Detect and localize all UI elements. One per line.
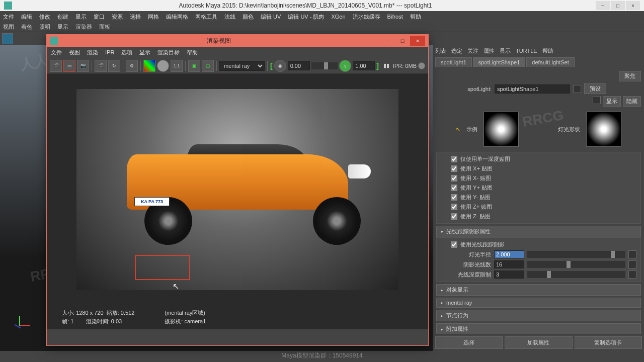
render-titlebar[interactable]: 渲染视图 − □ × [47,35,428,47]
section-node-behavior[interactable]: 节点行为 [436,310,641,321]
attr-menu-focus[interactable]: 关注 [467,47,478,55]
render-snapshot-icon[interactable]: 📷 [77,60,89,72]
render-refresh-icon[interactable]: ↻ [108,60,120,72]
tab-defaultlightset[interactable]: defaultLightSet [526,57,574,67]
panel-shading[interactable]: 着色 [21,23,32,31]
render-alpha-icon[interactable] [157,60,169,72]
render-region-icon[interactable]: ▭ [63,60,75,72]
panel-renderer[interactable]: 渲染器 [75,23,92,31]
menu-edituv2[interactable]: 编辑 UV - 肌肉 [288,13,324,21]
check-use-raytrace[interactable] [451,241,457,248]
check-zminus[interactable] [451,213,457,220]
render-menu-view[interactable]: 视图 [69,49,80,56]
menu-meshtools[interactable]: 网格工具 [195,13,217,21]
menu-help[interactable]: 帮助 [410,13,421,21]
ray-depth-map-icon[interactable] [628,270,636,279]
pause-icon[interactable]: ▮▮ [383,62,389,69]
check-yminus[interactable] [451,194,457,201]
copy-tab-button[interactable]: 复制选项卡 [575,336,642,349]
ray-depth-field[interactable] [494,270,524,279]
menu-select[interactable]: 选择 [130,13,141,21]
example-preview[interactable] [484,112,519,147]
render-menu-options[interactable]: 选项 [121,49,132,56]
menu-edituv[interactable]: 编辑 UV [261,13,281,21]
menu-color[interactable]: 颜色 [243,13,254,21]
render-ratio-icon[interactable]: 1:1 [171,60,183,72]
attr-menu-turtle[interactable]: TURTLE [516,48,537,54]
nav-fwd-icon[interactable] [593,96,601,104]
render-minimize-button[interactable]: − [380,36,395,46]
check-yplus[interactable] [451,185,457,191]
exposure-field[interactable] [288,61,310,70]
ray-depth-slider[interactable] [527,271,625,278]
close-button[interactable]: × [626,1,640,10]
section-object-display[interactable]: 对象显示 [436,284,641,296]
minimize-button[interactable]: − [596,1,610,10]
attr-menu-list[interactable]: 列表 [435,47,446,55]
attr-menu-selected[interactable]: 选定 [451,47,462,55]
shelf-icon[interactable] [2,33,13,44]
menu-normals[interactable]: 法线 [224,13,235,21]
render-image-area[interactable]: KA PA 773 ↖ [47,74,428,305]
node-name-field[interactable] [495,84,570,94]
focus-button[interactable]: 聚焦 [619,71,641,81]
light-radius-slider[interactable] [527,251,625,258]
shadow-rays-slider[interactable] [527,261,625,268]
menu-modify[interactable]: 修改 [39,13,50,21]
render-menu-help[interactable]: 帮助 [187,49,198,56]
render-ipr-icon[interactable]: 🎬 [95,60,107,72]
section-mental-ray[interactable]: mental ray [436,298,641,308]
exposure-slider[interactable] [311,62,338,69]
panel-show[interactable]: 显示 [57,23,68,31]
exposure-icon[interactable]: ◉ [274,60,286,72]
light-radius-map-icon[interactable] [628,250,636,258]
section-extra-attrs[interactable]: 附加属性 [436,323,641,334]
render-settings-icon[interactable]: ⚙ [126,60,138,72]
render-clapboard-icon[interactable]: 🎬 [50,60,62,72]
render-keep-icon[interactable]: ▣ [188,60,200,72]
render-menu-ipr[interactable]: IPR [105,49,114,55]
light-radius-field[interactable] [494,250,524,258]
render-close-button[interactable]: × [410,36,425,46]
check-xminus[interactable] [451,175,457,182]
tab-spotlightshape1[interactable]: spotLightShape1 [473,57,526,67]
menu-display[interactable]: 显示 [75,13,87,21]
check-single-depth[interactable] [451,156,457,162]
menu-assets[interactable]: 资源 [112,13,123,21]
render-maximize-button[interactable]: □ [395,36,410,46]
select-button[interactable]: 选择 [435,336,503,349]
gamma-icon[interactable]: γ [339,60,351,72]
panel-view[interactable]: 视图 [3,23,14,31]
render-menu-render[interactable]: 渲染 [87,49,98,56]
gamma-field[interactable] [353,61,375,70]
check-zplus[interactable] [451,204,457,210]
attr-menu-help[interactable]: 帮助 [542,47,553,55]
check-xplus[interactable] [451,165,457,172]
menu-edit[interactable]: 编辑 [21,13,32,21]
menu-create[interactable]: 创建 [57,13,68,21]
show-button[interactable]: 显示 [603,96,621,107]
render-rgb-icon[interactable] [143,60,155,72]
menu-window[interactable]: 窗口 [94,13,105,21]
hide-button[interactable]: 隐藏 [623,96,641,107]
shape-preview[interactable] [586,112,621,147]
attr-menu-show[interactable]: 显示 [500,47,511,55]
nav-back-icon[interactable] [573,85,581,93]
section-raytrace[interactable]: 光线跟踪阴影属性 [436,226,641,237]
load-attrs-button[interactable]: 加载属性 [505,336,572,349]
menu-mesh[interactable]: 网格 [148,13,159,21]
menu-file[interactable]: 文件 [3,13,14,21]
attr-menu-attrs[interactable]: 属性 [484,47,495,55]
menu-bifrost[interactable]: Bifrost [387,14,403,20]
shadow-rays-field[interactable] [494,260,524,268]
menu-pipeline[interactable]: 流水线缓存 [353,13,380,21]
render-region-box[interactable] [135,255,190,280]
preset-button[interactable]: 预设 [584,83,606,94]
menu-editmesh[interactable]: 编辑网格 [166,13,188,21]
panel-lighting[interactable]: 照明 [39,23,50,31]
panel-panels[interactable]: 面板 [99,23,110,31]
menu-xgen[interactable]: XGen [331,14,345,20]
render-menu-file[interactable]: 文件 [51,49,62,56]
shadow-rays-map-icon[interactable] [628,260,636,268]
render-menu-target[interactable]: 渲染目标 [157,49,180,56]
